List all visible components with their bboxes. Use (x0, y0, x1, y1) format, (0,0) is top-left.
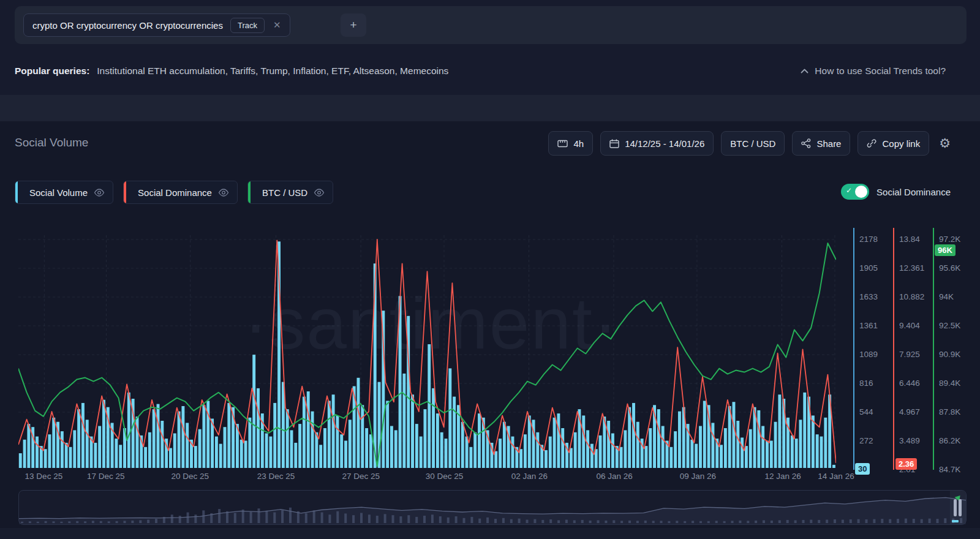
interval-icon (557, 140, 568, 148)
footer-strip (0, 528, 980, 539)
chart-area: ·santiment· 2178190516331361108981654427… (0, 228, 980, 485)
x-axis-date-label: 13 Dec 25 (25, 472, 63, 481)
x-axis-date-label: 27 Dec 25 (342, 472, 380, 481)
navigator-handle[interactable] (954, 499, 962, 516)
link-icon (867, 138, 876, 148)
search-query-text[interactable]: crypto OR cryptocurrency OR cryptocurren… (32, 20, 223, 31)
legend-color-bar (15, 181, 18, 204)
dominance-axis-tick: 3.489 (899, 436, 920, 445)
x-axis-date-label: 09 Jan 26 (680, 472, 716, 481)
legend-chip-btc-usd[interactable]: BTC / USD (247, 181, 333, 204)
price-axis-rail (933, 228, 934, 470)
eye-icon[interactable] (218, 189, 229, 197)
legend-chip-social-volume[interactable]: Social Volume (15, 181, 113, 204)
x-axis-date-label: 20 Dec 25 (172, 472, 209, 481)
navigator-overview-chart (19, 491, 966, 524)
copy-link-button[interactable]: Copy link (858, 131, 929, 156)
chart-toolbar: 4h 14/12/25 - 14/01/26 BTC / USD Share C… (548, 131, 951, 156)
popular-queries-label: Popular queries: (15, 66, 89, 77)
volume-axis-rail (853, 228, 854, 470)
interval-button[interactable]: 4h (548, 131, 593, 156)
price-axis-tick: 92.5K (939, 321, 960, 330)
volume-axis-tick: 1361 (859, 321, 878, 330)
legend-chip-social-dominance[interactable]: Social Dominance (123, 181, 238, 204)
x-axis-date-label: 14 Jan 26 (818, 472, 854, 481)
pair-button[interactable]: BTC / USD (721, 131, 785, 156)
x-axis-date-label: 12 Jan 26 (765, 472, 801, 481)
timeline-navigator[interactable] (18, 490, 967, 525)
price-axis-tick: 90.9K (939, 350, 960, 359)
dominance-axis-tick: 6.446 (899, 379, 920, 388)
close-icon[interactable]: ✕ (272, 20, 282, 31)
dominance-axis-current-badge: 2.36 (895, 458, 917, 470)
price-axis-tick: 86.2K (939, 436, 960, 445)
legend-row: Social VolumeSocial DominanceBTC / USD (15, 181, 333, 204)
legend-chip-label: BTC / USD (262, 187, 307, 198)
dominance-axis-tick: 12.361 (899, 263, 924, 273)
eye-icon[interactable] (314, 189, 325, 197)
calendar-icon (609, 139, 619, 148)
social-volume-chart[interactable] (18, 228, 836, 468)
track-button[interactable]: Track (230, 18, 265, 33)
toggle-knob (855, 186, 867, 198)
price-axis-current-badge: 96K (935, 244, 956, 256)
toggle-label: Social Dominance (876, 187, 951, 197)
volume-axis-tick: 544 (859, 407, 873, 417)
pair-value: BTC / USD (730, 138, 775, 149)
x-axis-date-label: 30 Dec 25 (426, 472, 464, 481)
price-axis-tick: 95.6K (939, 263, 960, 273)
gear-icon[interactable]: ⚙ (939, 137, 951, 150)
price-axis-tick: 84.7K (939, 465, 960, 474)
x-axis-date-label: 02 Jan 26 (511, 472, 548, 481)
dominance-axis-tick: 10.882 (899, 292, 924, 301)
price-axis-tick: 87.8K (939, 407, 960, 417)
popular-queries-links[interactable]: Institutional ETH accumulation, Tariffs,… (97, 66, 448, 77)
search-query-chip[interactable]: crypto OR cryptocurrency OR cryptocurren… (23, 13, 290, 37)
social-dominance-toggle[interactable]: ✓ (841, 184, 869, 200)
help-link-label[interactable]: How to use Social Trends tool? (815, 66, 946, 77)
x-axis-date-label: 17 Dec 25 (87, 472, 125, 481)
legend-chip-label: Social Dominance (138, 187, 212, 198)
volume-axis-tick: 2178 (859, 235, 878, 244)
date-range-value: 14/12/25 - 14/01/26 (625, 138, 704, 149)
eye-icon[interactable] (94, 189, 105, 197)
subheader-band (0, 95, 980, 121)
volume-axis-tick: 1633 (859, 292, 878, 301)
dominance-axis-rail (893, 228, 894, 470)
dominance-axis-tick: 13.84 (899, 235, 920, 244)
date-range-button[interactable]: 14/12/25 - 14/01/26 (600, 131, 714, 156)
search-container: crypto OR cryptocurrency OR cryptocurren… (15, 6, 967, 44)
share-label: Share (816, 138, 841, 149)
navigator-volume-tip (952, 520, 959, 522)
price-axis-tick: 94K (939, 292, 954, 301)
dominance-axis-tick: 7.925 (899, 350, 920, 359)
dominance-axis-tick: 4.967 (899, 407, 920, 417)
volume-axis-current-badge: 30 (855, 463, 870, 475)
page-title: Social Volume (15, 136, 88, 149)
check-icon: ✓ (846, 186, 852, 195)
share-icon (801, 138, 811, 148)
add-query-button[interactable]: + (341, 13, 366, 37)
price-axis-tick: 89.4K (939, 379, 960, 388)
dominance-axis-tick: 9.404 (899, 321, 920, 330)
volume-axis-tick: 272 (859, 436, 873, 445)
copy-link-label: Copy link (882, 138, 920, 149)
chevron-up-icon (801, 69, 809, 74)
share-button[interactable]: Share (792, 131, 850, 156)
legend-color-bar (248, 181, 251, 204)
volume-axis-tick: 1089 (859, 350, 878, 359)
top-search-section: crypto OR cryptocurrency OR cryptocurren… (0, 0, 980, 95)
legend-chip-label: Social Volume (29, 187, 88, 198)
interval-value: 4h (573, 138, 584, 149)
x-axis-date-label: 06 Jan 26 (597, 472, 633, 481)
volume-axis-tick: 816 (859, 379, 873, 388)
x-axis-date-label: 23 Dec 25 (257, 472, 295, 481)
volume-axis-tick: 1905 (859, 263, 878, 273)
legend-color-bar (124, 181, 126, 204)
price-axis-tick: 97.2K (939, 235, 960, 244)
help-link[interactable]: How to use Social Trends tool? (801, 66, 946, 77)
